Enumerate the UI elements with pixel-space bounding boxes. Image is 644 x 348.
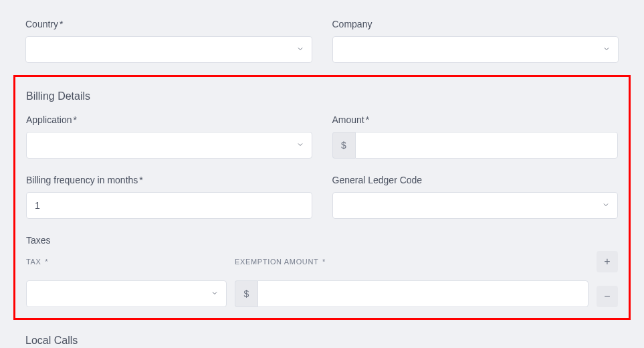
tax-select[interactable] bbox=[26, 280, 227, 307]
taxes-heading: Taxes bbox=[26, 235, 618, 246]
application-label-text: Application bbox=[26, 114, 72, 125]
required-asterisk: * bbox=[45, 258, 48, 266]
plus-icon: + bbox=[604, 256, 610, 267]
required-asterisk: * bbox=[74, 114, 77, 125]
general-ledger-code-label: General Ledger Code bbox=[332, 175, 619, 185]
currency-symbol: $ bbox=[332, 132, 355, 159]
required-asterisk: * bbox=[322, 258, 326, 266]
billing-frequency-input[interactable] bbox=[26, 192, 312, 219]
minus-icon: − bbox=[604, 291, 610, 302]
company-select[interactable] bbox=[332, 36, 619, 63]
amount-label-text: Amount bbox=[332, 114, 364, 125]
company-label-text: Company bbox=[332, 19, 372, 29]
application-select[interactable] bbox=[26, 132, 312, 159]
billing-frequency-label: Billing frequency in months* bbox=[26, 175, 312, 185]
required-asterisk: * bbox=[139, 175, 142, 185]
general-ledger-code-label-text: General Ledger Code bbox=[332, 175, 423, 185]
exemption-column-header: EXEMPTION AMOUNT * bbox=[235, 258, 588, 266]
required-asterisk: * bbox=[366, 114, 369, 125]
exemption-amount-input[interactable] bbox=[257, 280, 588, 307]
required-asterisk: * bbox=[60, 19, 63, 29]
tax-column-header-text: TAX bbox=[26, 258, 41, 266]
tax-column-header: TAX * bbox=[26, 258, 227, 266]
general-ledger-code-select[interactable] bbox=[332, 192, 619, 219]
country-select[interactable] bbox=[25, 36, 312, 63]
local-calls-heading: Local Calls bbox=[25, 335, 619, 347]
billing-details-heading: Billing Details bbox=[26, 90, 618, 102]
application-label: Application* bbox=[26, 114, 312, 125]
exemption-column-header-text: EXEMPTION AMOUNT bbox=[235, 258, 318, 266]
currency-symbol: $ bbox=[235, 280, 257, 307]
remove-tax-row-button[interactable]: − bbox=[597, 286, 618, 307]
country-label-text: Country bbox=[25, 19, 58, 29]
add-tax-row-button[interactable]: + bbox=[597, 251, 618, 272]
amount-label: Amount* bbox=[332, 114, 619, 125]
billing-frequency-label-text: Billing frequency in months bbox=[26, 175, 138, 185]
billing-details-highlight: Billing Details Application* Amount* bbox=[13, 75, 631, 320]
country-label: Country* bbox=[25, 19, 312, 29]
company-label: Company bbox=[332, 19, 619, 29]
amount-input[interactable] bbox=[355, 132, 619, 159]
